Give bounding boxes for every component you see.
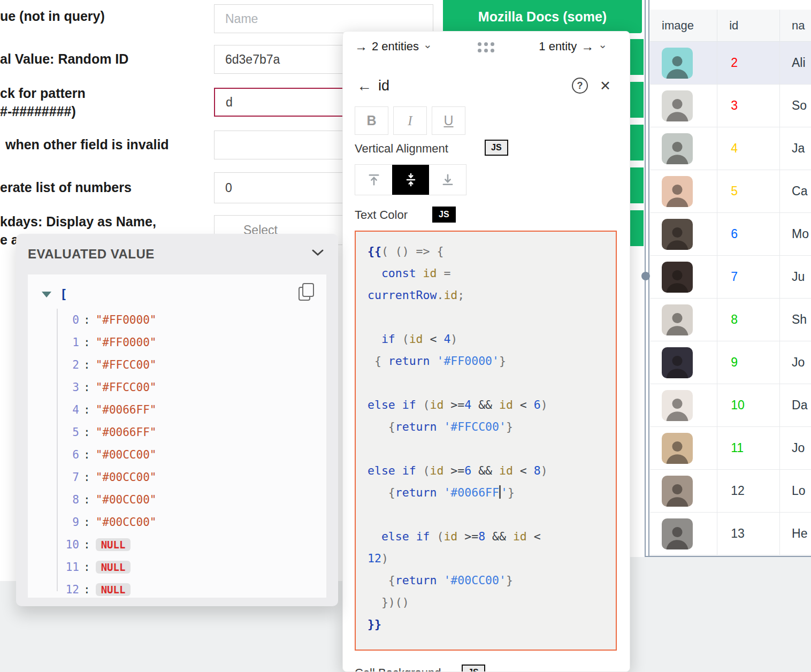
image-cell[interactable]	[650, 384, 717, 426]
id-cell[interactable]: 13	[717, 513, 780, 555]
avatar	[662, 347, 693, 378]
evaluated-rows: 0:"#FF0000"1:"#FF0000"2:"#FFCC00"3:"#FFC…	[28, 309, 326, 598]
entities-right-label: 1 entity	[539, 40, 577, 54]
id-cell[interactable]: 3	[717, 85, 780, 127]
name-cell[interactable]: Ja	[780, 127, 811, 170]
cell-background-js-toggle[interactable]: JS	[462, 665, 485, 672]
table-row[interactable]: 12Lo	[650, 470, 811, 513]
id-cell[interactable]: 11	[717, 427, 780, 469]
close-icon[interactable]: ✕	[600, 78, 611, 94]
name-cell[interactable]: Mo	[780, 213, 811, 255]
name-cell[interactable]: Jo	[780, 427, 811, 469]
id-cell[interactable]: 9	[717, 341, 780, 384]
image-cell[interactable]	[650, 85, 717, 127]
name-cell[interactable]: Lo	[780, 470, 811, 512]
back-icon[interactable]: ←	[357, 78, 372, 95]
align-bottom-button[interactable]	[429, 165, 466, 195]
help-icon[interactable]: ?	[572, 78, 588, 94]
form-label: ck for pattern	[0, 86, 86, 101]
name-cell[interactable]: Sh	[780, 299, 811, 341]
table-row[interactable]: 4Ja	[650, 127, 811, 170]
underline-button[interactable]: U	[432, 106, 465, 135]
image-cell[interactable]	[650, 341, 717, 384]
table-row[interactable]: 3So	[650, 85, 811, 127]
table-row[interactable]: 8Sh	[650, 299, 811, 341]
id-cell[interactable]: 8	[717, 299, 780, 341]
evaluated-array-item: 7:"#00CC00"	[28, 466, 326, 488]
vertical-alignment-js-toggle[interactable]: JS	[485, 140, 508, 156]
table-row[interactable]: 2Ali	[650, 42, 811, 85]
id-cell[interactable]: 6	[717, 213, 780, 255]
collapse-chevron-icon[interactable]	[311, 249, 324, 258]
image-cell[interactable]	[650, 470, 717, 512]
mozilla-docs-button[interactable]: Mozilla Docs (some)	[443, 0, 642, 33]
text-color-js-toggle[interactable]: JS	[432, 207, 456, 223]
column-header-image[interactable]: image	[650, 10, 717, 41]
table-row[interactable]: 5Ca	[650, 170, 811, 213]
id-cell[interactable]: 7	[717, 256, 780, 298]
name-cell[interactable]: Jo	[780, 341, 811, 384]
evaluated-array-item: 1:"#FF0000"	[28, 331, 326, 354]
form-label: erate list of numbers	[0, 180, 132, 195]
name-cell[interactable]: Ca	[780, 170, 811, 212]
code-line: else if (id >=8 && id <	[368, 525, 608, 547]
column-header-id[interactable]: id	[717, 10, 780, 41]
name-input[interactable]	[214, 4, 433, 33]
code-line	[368, 438, 608, 460]
image-cell[interactable]	[650, 256, 717, 298]
align-middle-button[interactable]	[392, 165, 429, 195]
image-cell[interactable]	[650, 170, 717, 212]
code-line: if (id < 4)	[368, 328, 608, 350]
person-icon	[663, 436, 691, 464]
text-color-code-editor[interactable]: {{( () => { const id =currentRow.id; if …	[355, 231, 617, 651]
id-cell[interactable]: 12	[717, 470, 780, 512]
table-row[interactable]: 9Jo	[650, 341, 811, 384]
code-line	[368, 306, 608, 328]
name-cell[interactable]: Ju	[780, 256, 811, 298]
person-icon	[663, 350, 691, 378]
id-cell[interactable]: 4	[717, 127, 780, 170]
image-cell[interactable]	[650, 299, 717, 341]
column-header-name[interactable]: na	[780, 10, 811, 41]
id-cell[interactable]: 10	[717, 384, 780, 426]
image-cell[interactable]	[650, 427, 717, 469]
green-cell	[629, 125, 644, 161]
code-line: 12)	[368, 547, 608, 569]
image-cell[interactable]	[650, 127, 717, 170]
bold-button[interactable]: B	[355, 106, 388, 135]
name-cell[interactable]: Da	[780, 384, 811, 426]
italic-button[interactable]: I	[393, 106, 427, 135]
id-cell[interactable]: 2	[717, 42, 780, 84]
cell-background-label: Cell Background	[355, 666, 441, 672]
avatar	[662, 390, 693, 421]
code-line	[368, 503, 608, 525]
entities-left-label: 2 entities	[372, 40, 419, 54]
form-label: when other field is invalid	[5, 137, 169, 152]
table-resize-handle[interactable]	[641, 272, 650, 280]
table-row[interactable]: 6Mo	[650, 213, 811, 256]
entities-right-dropdown[interactable]: 1 entity → ⌄	[539, 39, 607, 54]
image-cell[interactable]	[650, 213, 717, 255]
evaluated-array-item: 10:NULL	[28, 533, 326, 556]
evaluated-array-item: 8:"#00CC00"	[28, 488, 326, 511]
table-row[interactable]: 11Jo	[650, 427, 811, 470]
collapse-triangle-icon[interactable]	[42, 292, 51, 297]
table-row[interactable]: 13He	[650, 513, 811, 555]
name-cell[interactable]: Ali	[780, 42, 811, 84]
align-top-button[interactable]	[355, 165, 392, 195]
image-cell[interactable]	[650, 42, 717, 84]
image-cell[interactable]	[650, 513, 717, 555]
data-table[interactable]: image id na 2Ali3So4Ja5Ca6Mo7Ju8Sh9Jo10D…	[650, 0, 811, 557]
person-icon	[663, 51, 691, 79]
person-icon	[663, 136, 691, 164]
array-open-bracket: [	[60, 287, 67, 301]
id-cell[interactable]: 5	[717, 170, 780, 212]
evaluated-array-item: 11:NULL	[28, 556, 326, 578]
table-row[interactable]: 7Ju	[650, 256, 811, 299]
entities-left-dropdown[interactable]: → 2 entities ⌄	[355, 39, 432, 54]
name-cell[interactable]: He	[780, 513, 811, 555]
copy-icon[interactable]	[299, 283, 315, 300]
drag-handle-icon[interactable]	[478, 42, 494, 52]
name-cell[interactable]: So	[780, 85, 811, 127]
table-row[interactable]: 10Da	[650, 384, 811, 427]
